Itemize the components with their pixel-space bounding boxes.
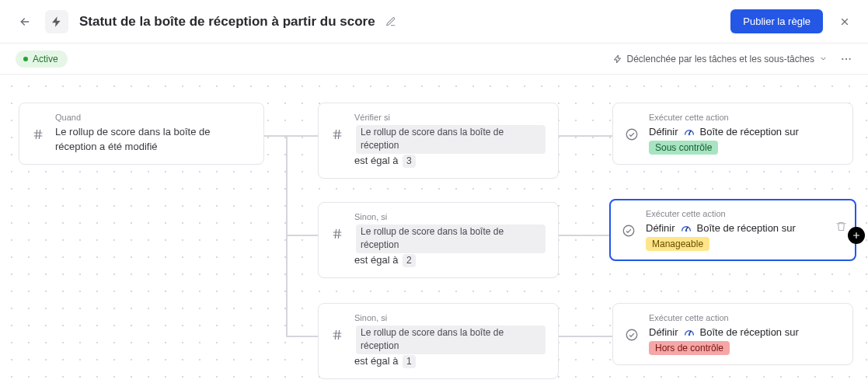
action-label: Exécuter cette action: [649, 113, 842, 122]
hash-icon: [328, 326, 347, 344]
condition-card-1[interactable]: Vérifier si Le rollup de score dans la b…: [318, 103, 559, 179]
trigger-text: Le rollup de score dans la boîte de réce…: [55, 125, 253, 155]
svg-point-3: [626, 129, 637, 140]
svg-point-7: [626, 329, 637, 340]
active-label: Active: [33, 54, 58, 64]
trigger-card[interactable]: Quand Le rollup de score dans la boîte d…: [19, 103, 264, 165]
property-chip: Le rollup de score dans la boîte de réce…: [356, 225, 546, 253]
operator-text: est égal à: [354, 355, 398, 367]
check-circle-icon: [622, 326, 641, 344]
action-label: Exécuter cette action: [649, 313, 842, 322]
edit-title-button[interactable]: [383, 14, 399, 30]
property-chip: Le rollup de score dans la boîte de réce…: [356, 125, 546, 154]
hash-icon: [328, 225, 347, 243]
action-verb: Définir: [646, 222, 675, 234]
publish-button[interactable]: Publier la règle: [730, 9, 823, 33]
hash-icon: [29, 125, 47, 144]
action-property: Boîte de réception sur: [700, 126, 799, 138]
active-badge: Active: [16, 50, 68, 68]
status-pill-manageable: Manageable: [646, 237, 709, 251]
gauge-icon: [683, 125, 695, 138]
svg-point-0: [842, 57, 843, 59]
action-row: Définir Boîte de réception sur: [649, 326, 842, 338]
condition-text: Le rollup de score dans la boîte de réce…: [354, 225, 547, 268]
operator-text: est égal à: [354, 155, 398, 166]
bolt-icon: [613, 54, 622, 64]
action-card-3[interactable]: Exécuter cette action Définir Boîte de r…: [612, 303, 853, 365]
svg-point-1: [845, 57, 847, 59]
svg-point-2: [849, 57, 851, 59]
check-circle-icon: [622, 125, 641, 144]
header-bar: Statut de la boîte de réception à partir…: [0, 0, 868, 44]
hash-icon: [328, 125, 347, 144]
action-property: Boîte de réception sur: [697, 222, 796, 234]
gauge-icon: [683, 326, 695, 338]
condition-label: Sinon, si: [354, 212, 547, 221]
action-card-1[interactable]: Exécuter cette action Définir Boîte de r…: [612, 103, 853, 165]
condition-card-2[interactable]: Sinon, si Le rollup de score dans la boî…: [318, 202, 559, 278]
status-pill-out-of-control: Hors de contrôle: [649, 341, 730, 355]
more-menu-button[interactable]: [840, 53, 852, 65]
trigger-label: Quand: [55, 113, 253, 122]
automation-icon: [45, 10, 68, 33]
automation-canvas[interactable]: Quand Le rollup de score dans la boîte d…: [0, 75, 868, 390]
action-property: Boîte de réception sur: [700, 326, 799, 338]
action-card-2[interactable]: Exécuter cette action Définir Boîte de r…: [609, 199, 856, 261]
action-label: Exécuter cette action: [646, 209, 845, 218]
status-pill-under-control: Sous contrôle: [649, 141, 718, 155]
svg-point-5: [623, 225, 634, 236]
chevron-down-icon: [819, 54, 828, 63]
condition-text: Le rollup de score dans la boîte de réce…: [354, 326, 547, 369]
trigger-scope-label: Déclenchée par les tâches et les sous-tâ…: [627, 54, 814, 64]
add-step-button[interactable]: [848, 227, 865, 244]
trigger-scope-dropdown[interactable]: Déclenchée par les tâches et les sous-tâ…: [613, 54, 828, 64]
delete-action-button[interactable]: [835, 221, 847, 235]
gauge-icon: [680, 221, 692, 234]
condition-label: Vérifier si: [354, 113, 547, 122]
action-verb: Définir: [649, 126, 678, 138]
condition-label: Sinon, si: [354, 313, 547, 322]
property-chip: Le rollup de score dans la boîte de réce…: [356, 326, 546, 354]
back-button[interactable]: [16, 12, 34, 31]
action-verb: Définir: [649, 326, 678, 338]
close-button[interactable]: [837, 14, 852, 30]
operator-text: est égal à: [354, 254, 398, 266]
rule-title: Statut de la boîte de réception à partir…: [79, 14, 375, 30]
check-circle-icon: [619, 221, 638, 240]
value-chip: 3: [403, 155, 416, 168]
subheader-bar: Active Déclenchée par les tâches et les …: [0, 44, 868, 75]
condition-text: Le rollup de score dans la boîte de réce…: [354, 125, 547, 169]
action-row: Définir Boîte de réception sur: [649, 125, 842, 138]
value-chip: 1: [403, 355, 416, 368]
action-row: Définir Boîte de réception sur: [646, 221, 845, 234]
value-chip: 2: [403, 254, 416, 267]
condition-card-3[interactable]: Sinon, si Le rollup de score dans la boî…: [318, 303, 559, 379]
